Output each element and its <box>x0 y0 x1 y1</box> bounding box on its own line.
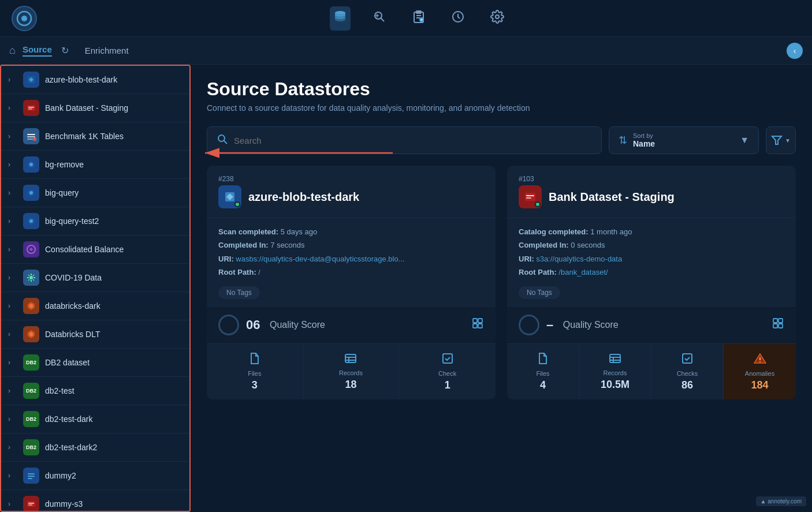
settings-nav-button[interactable] <box>487 6 508 31</box>
chevron-icon: › <box>8 132 17 140</box>
card-title-row: Bank Dataset - Staging <box>519 185 784 208</box>
anomaly-icon <box>754 352 766 368</box>
sidebar-item-db2-test-dark2[interactable]: ›DB2db2-test-dark2 <box>1 433 189 462</box>
quality-score-label: Quality Score <box>267 320 325 330</box>
svg-line-34 <box>33 275 34 276</box>
svg-rect-18 <box>27 139 33 140</box>
sidebar-item-consolidated-balance[interactable]: ›Consolidated Balance <box>1 236 189 264</box>
svg-rect-45 <box>28 504 32 506</box>
search-sort-row: ⇅ Sort by Name ▼ ▼ <box>207 126 796 154</box>
page-title: Source Datastores <box>207 79 796 100</box>
sidebar-item-big-query[interactable]: ›big-query <box>1 179 189 207</box>
sort-box[interactable]: ⇅ Sort by Name ▼ <box>609 126 759 154</box>
svg-rect-72 <box>683 354 692 363</box>
item-icon <box>23 128 39 144</box>
tag-pill: No Tags <box>218 286 260 299</box>
svg-marker-50 <box>772 136 781 144</box>
content-area: Source Datastores Connect to a source da… <box>191 65 812 512</box>
svg-point-1 <box>21 16 27 21</box>
svg-rect-64 <box>773 319 777 323</box>
quality-score-icon <box>471 317 484 332</box>
svg-rect-62 <box>526 195 534 196</box>
chevron-icon: › <box>8 387 17 395</box>
sidebar-item-big-query-test2[interactable]: ›big-query-test2 <box>1 207 189 236</box>
search-nav-button[interactable] <box>369 6 390 31</box>
sidebar-item-databricks-dlt[interactable]: ›Databricks DLT <box>1 320 189 349</box>
files-stat: Files 3 <box>207 344 303 399</box>
svg-rect-54 <box>473 324 477 328</box>
svg-point-19 <box>33 137 36 141</box>
chevron-icon: › <box>8 500 17 508</box>
sidebar-item-bank-dataset-staging[interactable]: ›Bank Dataset - Staging <box>1 94 189 122</box>
sidebar-item-azure-blob-test-dark[interactable]: ›azure-blob-test-dark <box>1 66 189 94</box>
app-logo <box>12 6 37 31</box>
chevron-icon: › <box>8 245 17 253</box>
svg-rect-68 <box>610 354 620 362</box>
sidebar-item-benchmark-1k-tables[interactable]: ›Benchmark 1K Tables <box>1 122 189 151</box>
card-header: #238 azure-blob-test-dark <box>207 166 496 218</box>
datastore-card-0[interactable]: #238 azure-blob-test-dark Scan completed… <box>207 166 496 399</box>
records-value: 18 <box>345 379 356 391</box>
svg-rect-14 <box>28 107 34 108</box>
filter-button[interactable]: ▼ <box>766 126 796 154</box>
svg-rect-53 <box>478 319 482 323</box>
chevron-icon: › <box>8 274 17 282</box>
sidebar-item-db2-dataset[interactable]: ›DB2DB2 dataset <box>1 349 189 377</box>
svg-point-48 <box>218 135 225 141</box>
checks-stat: Checks 86 <box>651 344 724 399</box>
chevron-icon: › <box>8 160 17 169</box>
sidebar-item-bg-remove[interactable]: ›bg-remove <box>1 151 189 179</box>
top-nav <box>0 0 812 37</box>
checks-label: Check <box>438 370 456 377</box>
nav-icons <box>330 6 508 31</box>
datastore-card-1[interactable]: #103 Bank Dataset - Staging Catalog comp… <box>507 166 796 399</box>
chevron-icon: › <box>8 104 17 112</box>
sidebar-item-label: Consolidated Balance <box>45 245 124 254</box>
sidebar-item-label: db2-test-dark2 <box>45 443 97 452</box>
sidebar-item-dummy-s3[interactable]: ›dummy-s3 <box>1 490 189 512</box>
sidebar-item-label: db2-test-dark <box>45 414 92 424</box>
sidebar-item-dummy2[interactable]: ›dummy2 <box>1 462 189 490</box>
card-name: azure-blob-test-dark <box>248 190 359 204</box>
sort-icon: ⇅ <box>619 134 627 147</box>
records-stat: Records 10.5M <box>579 344 651 399</box>
svg-rect-42 <box>28 478 32 479</box>
sidebar-item-db2-test[interactable]: ›DB2db2-test <box>1 377 189 405</box>
enrichment-tab[interactable]: Enrichment <box>85 46 129 55</box>
refresh-button[interactable]: ↻ <box>61 45 69 56</box>
clock-nav-button[interactable] <box>448 6 468 31</box>
sidebar-item-databricks-dark[interactable]: ›databricks-dark <box>1 292 189 320</box>
sidebar-item-label: Databricks DLT <box>45 330 100 339</box>
annotely-badge: ▲ annotely.com <box>756 496 806 506</box>
item-icon <box>23 241 39 257</box>
database-nav-button[interactable] <box>330 6 351 31</box>
records-stat: Records 18 <box>303 344 400 399</box>
checks-icon <box>441 352 454 368</box>
card-tags: No Tags <box>507 286 796 306</box>
stats-section: Files 4 Records 10.5M <box>507 343 796 399</box>
files-icon <box>249 352 260 368</box>
item-icon: DB2 <box>23 411 39 427</box>
item-icon: DB2 <box>23 354 39 371</box>
source-tab[interactable]: Source <box>23 44 52 57</box>
search-input[interactable] <box>234 136 592 145</box>
chevron-icon: › <box>8 443 17 451</box>
files-label: Files <box>248 370 261 377</box>
sidebar-item-covid-19-data[interactable]: ›COVID-19 Data <box>1 264 189 292</box>
quality-score-value: 06 <box>246 317 260 332</box>
home-button[interactable]: ⌂ <box>9 44 16 57</box>
collapse-button[interactable]: ‹ <box>787 43 803 59</box>
chevron-icon: › <box>8 330 17 338</box>
item-icon: DB2 <box>23 439 39 455</box>
checks-icon <box>681 352 694 368</box>
sidebar-item-label: big-query <box>45 188 79 197</box>
sidebar-item-db2-test-dark[interactable]: ›DB2db2-test-dark <box>1 405 189 433</box>
svg-line-4 <box>381 18 385 21</box>
svg-rect-13 <box>27 105 35 111</box>
sidebar-item-label: bg-remove <box>45 160 84 169</box>
clipboard-nav-button[interactable] <box>408 6 429 31</box>
svg-point-11 <box>496 15 499 18</box>
item-icon <box>23 156 39 173</box>
search-box[interactable] <box>207 126 602 154</box>
card-id: #103 <box>519 175 784 183</box>
